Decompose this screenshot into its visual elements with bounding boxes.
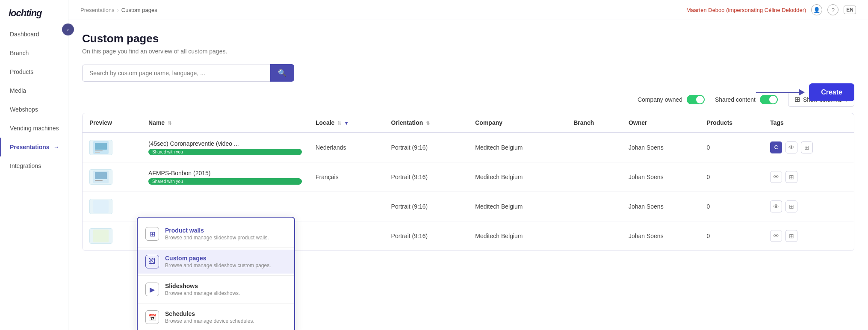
export-button[interactable]: ⊞ [785,230,797,242]
cell-actions: 👁 ⊞ [763,221,854,251]
cell-branch [567,162,622,192]
shared-content-label: Shared content [715,96,756,103]
submenu-item-desc: Browse and manage slideshow product wall… [165,235,269,241]
cell-company: Meditech Belgium [468,162,567,192]
company-owned-toggle-group: Company owned [638,95,705,104]
view-button[interactable]: 👁 [770,171,782,183]
svg-rect-8 [93,230,109,242]
schedules-icon: 📅 [145,310,159,324]
preview-thumbnail [89,169,112,185]
sidebar-item-label: Integrations [10,162,41,169]
cell-orientation: Portrait (9:16) [384,162,469,192]
cell-actions: 👁 ⊞ [763,162,854,192]
export-button[interactable]: ⊞ [785,200,797,212]
svg-rect-3 [95,152,100,153]
submenu-item-schedules[interactable]: 📅 Schedules Browse and manage device sch… [138,305,294,329]
cell-orientation: Portrait (9:16) [384,221,469,251]
cell-actions: C 👁 ⊞ [763,133,854,162]
submenu-item-slideshows[interactable]: ▶ Slideshows Browse and manage slideshow… [138,277,294,301]
cell-actions: 👁 ⊞ [763,192,854,221]
row-name: AFMPS-Bonbon (2015) [148,170,302,177]
sidebar-item-label: Branch [10,50,29,56]
col-company: Company [468,113,567,133]
action-icons: C 👁 ⊞ [770,141,847,153]
sidebar-item-label: Vending machines [10,125,59,132]
shared-content-toggle[interactable] [760,95,778,104]
sidebar-item-vending-machines[interactable]: Vending machines [0,119,68,138]
search-input[interactable] [82,65,270,82]
col-name[interactable]: Name ⇅ [142,113,309,133]
col-locale[interactable]: Locale ⇅ ▼ [309,113,384,133]
svg-rect-2 [95,150,103,151]
create-button[interactable]: Create [809,83,854,101]
company-owned-toggle[interactable] [687,95,705,104]
view-button[interactable]: 👁 [770,200,782,212]
action-icons: 👁 ⊞ [770,230,847,242]
copy-button[interactable]: C [770,141,782,153]
sidebar-item-products[interactable]: Products [0,62,68,81]
cell-products: 0 [700,192,763,221]
breadcrumb-parent[interactable]: Presentations [80,7,115,13]
sidebar-item-branch[interactable]: Branch [0,44,68,62]
preview-thumbnail [89,140,112,155]
col-orientation[interactable]: Orientation ⇅ [384,113,469,133]
preview-thumbnail [89,199,112,214]
sidebar-item-webshops[interactable]: Webshops [0,100,68,119]
thumbnail-image [93,200,109,213]
cell-orientation: Portrait (9:16) [384,192,469,221]
submenu-item-custom-pages[interactable]: 🖼 Custom pages Browse and manage slidesh… [138,250,294,274]
sidebar-item-media[interactable]: Media [0,81,68,100]
cell-name: (45sec) Coronapreventie (video ... Share… [142,133,309,162]
action-icons: 👁 ⊞ [770,200,847,212]
shared-content-toggle-group: Shared content [715,95,778,104]
svg-rect-5 [95,172,107,179]
table-row: AFMPS-Bonbon (2015) Shared with you Fran… [83,162,854,192]
export-button[interactable]: ⊞ [785,171,797,183]
sidebar: lochting ‹ Dashboard Branch Products Med… [0,0,68,330]
cell-locale [309,192,384,221]
arrow-head [799,89,805,96]
submenu-divider [138,303,294,303]
cell-preview [83,192,142,221]
help-icon[interactable]: ? [827,4,838,15]
sidebar-toggle[interactable]: ‹ [62,24,74,35]
view-button[interactable]: 👁 [785,141,797,153]
thumbnail-image [93,171,109,183]
submenu-item-product-walls[interactable]: ⊞ Product walls Browse and manage slides… [138,222,294,246]
svg-rect-6 [95,180,103,181]
filter-row: Company owned Shared content ⊞ Show colu… [82,92,854,107]
cell-products: 0 [700,221,763,251]
user-avatar-icon[interactable]: 👤 [811,4,822,15]
svg-rect-7 [93,200,109,213]
submenu-text: Schedules Browse and manage device sched… [165,310,254,324]
table-row: (45sec) Coronapreventie (video ... Share… [83,133,854,162]
submenu-item-desc: Browse and manage device schedules. [165,318,254,324]
export-button[interactable]: ⊞ [801,141,813,153]
search-row: 🔍 [82,64,854,82]
sort-icon: ⇅ [426,121,430,126]
view-button[interactable]: 👁 [770,230,782,242]
submenu-divider [138,275,294,276]
action-icons: 👁 ⊞ [770,171,847,183]
sidebar-item-dashboard[interactable]: Dashboard [0,25,68,44]
col-branch: Branch [567,113,622,133]
thumbnail-image [93,141,109,154]
cell-branch [567,192,622,221]
page-title: Custom pages [82,32,854,45]
cell-preview [83,133,142,162]
language-selector[interactable]: EN [844,6,856,14]
submenu-item-title: Product walls [165,227,269,234]
breadcrumb-current: Custom pages [121,7,157,13]
cell-products: 0 [700,162,763,192]
sidebar-item-integrations[interactable]: Integrations [0,156,68,175]
col-preview: Preview [83,113,142,133]
page-subtitle: On this page you find an overview of all… [82,48,854,55]
arrow-right-icon: → [53,144,59,150]
filter-icon[interactable]: ▼ [344,120,349,126]
topbar: Presentations › Custom pages Maarten Deb… [68,0,868,20]
submenu-item-desc: Browse and manage slideshows. [165,290,240,296]
submenu-text: Product walls Browse and manage slidesho… [165,227,269,241]
submenu-item-desc: Browse and manage slideshow custom pages… [165,262,271,268]
sidebar-item-presentations[interactable]: Presentations → [0,138,68,156]
search-button[interactable]: 🔍 [270,64,294,82]
